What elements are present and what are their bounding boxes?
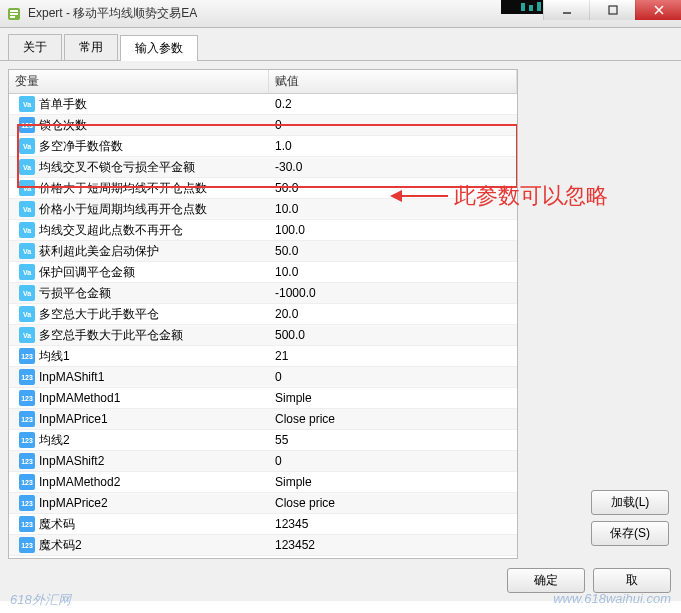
- param-value-cell[interactable]: Close price: [269, 493, 517, 513]
- table-row[interactable]: 123锁仓次数0: [9, 115, 517, 136]
- number-icon: 123: [19, 348, 35, 364]
- side-buttons: 加载(L) 保存(S): [591, 490, 669, 546]
- param-name: 魔术码: [39, 516, 75, 533]
- table-row[interactable]: Va多空总大于此手数平仓20.0: [9, 304, 517, 325]
- value-icon: Va: [19, 96, 35, 112]
- param-value-cell[interactable]: 55: [269, 430, 517, 450]
- param-name-cell: 123InpMAMethod1: [9, 387, 269, 409]
- param-name: InpMAShift1: [39, 370, 104, 384]
- number-icon: 123: [19, 474, 35, 490]
- table-row[interactable]: 123InpMAPrice2Close price: [9, 493, 517, 514]
- param-name: 多空总手数大于此平仓金额: [39, 327, 183, 344]
- table-row[interactable]: Va亏损平仓金额-1000.0: [9, 283, 517, 304]
- value-icon: Va: [19, 306, 35, 322]
- tab-common[interactable]: 常用: [64, 34, 118, 60]
- bottom-buttons: 确定 取: [507, 568, 671, 593]
- window-title: Expert - 移动平均线顺势交易EA: [28, 5, 197, 22]
- param-value-cell[interactable]: Simple: [269, 388, 517, 408]
- param-name-cell: 123InpMAShift2: [9, 450, 269, 472]
- param-value-cell[interactable]: 123452: [269, 535, 517, 555]
- param-value-cell[interactable]: -1000.0: [269, 283, 517, 303]
- save-button[interactable]: 保存(S): [591, 521, 669, 546]
- svg-rect-2: [10, 13, 18, 15]
- tab-content: 变量 赋值 Va首单手数0.2123锁仓次数0Va多空净手数倍数1.0Va均线交…: [0, 61, 681, 601]
- annotation: 此参数可以忽略: [390, 181, 608, 211]
- param-value-cell[interactable]: -30.0: [269, 157, 517, 177]
- ok-button[interactable]: 确定: [507, 568, 585, 593]
- number-icon: 123: [19, 453, 35, 469]
- tab-about[interactable]: 关于: [8, 34, 62, 60]
- param-name-cell: Va亏损平仓金额: [9, 282, 269, 305]
- svg-rect-9: [609, 6, 617, 14]
- number-icon: 123: [19, 495, 35, 511]
- param-name: InpMAPrice1: [39, 412, 108, 426]
- param-value-cell[interactable]: 50.0: [269, 241, 517, 261]
- maximize-button[interactable]: [589, 0, 635, 20]
- table-row[interactable]: 123均线121: [9, 346, 517, 367]
- value-icon: Va: [19, 159, 35, 175]
- tab-inputs[interactable]: 输入参数: [120, 35, 198, 61]
- table-row[interactable]: 123魔术码2123452: [9, 535, 517, 556]
- table-row[interactable]: Va多空总手数大于此平仓金额500.0: [9, 325, 517, 346]
- value-icon: Va: [19, 180, 35, 196]
- cancel-button[interactable]: 取: [593, 568, 671, 593]
- svg-rect-3: [10, 16, 15, 18]
- param-value-cell[interactable]: 0.2: [269, 94, 517, 114]
- tabs: 关于 常用 输入参数: [0, 28, 681, 61]
- svg-rect-5: [529, 5, 533, 11]
- table-row[interactable]: 123InpMAShift20: [9, 451, 517, 472]
- number-icon: 123: [19, 390, 35, 406]
- params-table: 变量 赋值 Va首单手数0.2123锁仓次数0Va多空净手数倍数1.0Va均线交…: [8, 69, 518, 559]
- param-name: 均线1: [39, 348, 70, 365]
- param-value-cell[interactable]: Simple: [269, 472, 517, 492]
- table-row[interactable]: Va首单手数0.2: [9, 94, 517, 115]
- table-row[interactable]: Va获利超此美金启动保护50.0: [9, 241, 517, 262]
- param-name: 价格小于短周期均线再开仓点数: [39, 201, 207, 218]
- param-value-cell[interactable]: 10.0: [269, 262, 517, 282]
- table-row[interactable]: 123InpMAShift10: [9, 367, 517, 388]
- number-icon: 123: [19, 432, 35, 448]
- col-header-variable[interactable]: 变量: [9, 70, 269, 93]
- param-name: 均线交叉超此点数不再开仓: [39, 222, 183, 239]
- param-name: 锁仓次数: [39, 117, 87, 134]
- param-value-cell[interactable]: Close price: [269, 409, 517, 429]
- param-name-cell: 123魔术码: [9, 513, 269, 536]
- value-icon: Va: [19, 327, 35, 343]
- value-icon: Va: [19, 201, 35, 217]
- param-name-cell: Va保护回调平仓金额: [9, 261, 269, 284]
- table-row[interactable]: 123InpMAPrice1Close price: [9, 409, 517, 430]
- param-value-cell[interactable]: 500.0: [269, 325, 517, 345]
- table-row[interactable]: 123魔术码12345: [9, 514, 517, 535]
- param-value-cell[interactable]: 20.0: [269, 304, 517, 324]
- param-value-cell[interactable]: 12345: [269, 514, 517, 534]
- load-button[interactable]: 加载(L): [591, 490, 669, 515]
- param-value-cell[interactable]: 0: [269, 451, 517, 471]
- title-bar: Expert - 移动平均线顺势交易EA: [0, 0, 681, 28]
- table-row[interactable]: 123InpMAMethod2Simple: [9, 472, 517, 493]
- param-value-cell[interactable]: 100.0: [269, 220, 517, 240]
- table-row[interactable]: 123均线255: [9, 430, 517, 451]
- param-name: 首单手数: [39, 96, 87, 113]
- table-row[interactable]: Va保护回调平仓金额10.0: [9, 262, 517, 283]
- close-button[interactable]: [635, 0, 681, 20]
- param-name: 魔术码2: [39, 537, 82, 554]
- col-header-value[interactable]: 赋值: [269, 70, 517, 93]
- number-icon: 123: [19, 411, 35, 427]
- param-value-cell[interactable]: 0: [269, 367, 517, 387]
- table-row[interactable]: Va多空净手数倍数1.0: [9, 136, 517, 157]
- param-value-cell[interactable]: 0: [269, 115, 517, 135]
- table-row[interactable]: Va均线交叉不锁仓亏损全平金额-30.0: [9, 157, 517, 178]
- param-name-cell: Va获利超此美金启动保护: [9, 240, 269, 263]
- table-row[interactable]: 123InpMAMethod1Simple: [9, 388, 517, 409]
- param-name-cell: 123InpMAMethod2: [9, 471, 269, 493]
- param-value-cell[interactable]: 1.0: [269, 136, 517, 156]
- param-name: 价格大于短周期均线不开仓点数: [39, 180, 207, 197]
- param-name-cell: 123InpMAPrice1: [9, 408, 269, 430]
- param-name-cell: Va多空净手数倍数: [9, 135, 269, 158]
- table-row[interactable]: Va均线交叉超此点数不再开仓100.0: [9, 220, 517, 241]
- param-name-cell: Va多空总大于此手数平仓: [9, 303, 269, 326]
- param-name-cell: 123锁仓次数: [9, 114, 269, 137]
- param-value-cell[interactable]: 21: [269, 346, 517, 366]
- minimize-button[interactable]: [543, 0, 589, 20]
- number-icon: 123: [19, 537, 35, 553]
